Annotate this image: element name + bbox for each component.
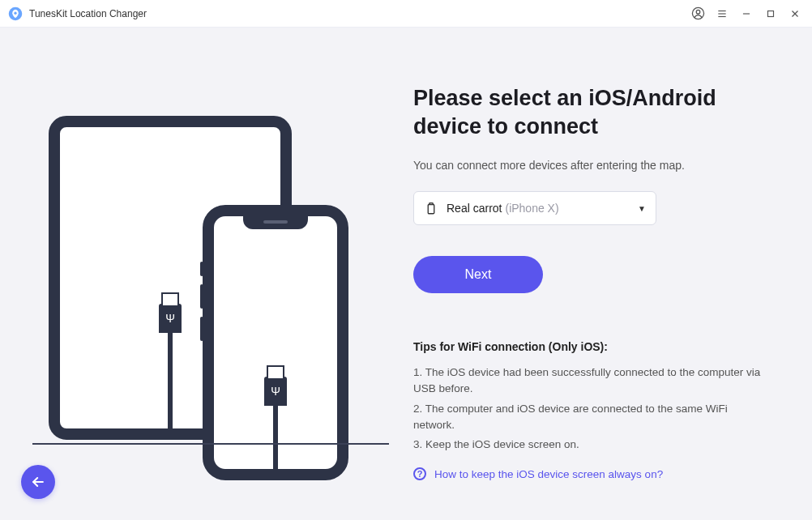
back-button[interactable] (21, 465, 55, 499)
next-button[interactable]: Next (413, 256, 543, 293)
menu-icon[interactable] (710, 2, 734, 25)
device-illustration: Ψ Ψ (49, 100, 373, 456)
svg-rect-8 (768, 11, 774, 16)
svg-rect-11 (428, 205, 434, 214)
help-link[interactable]: ? How to keep the iOS device screen alwa… (413, 467, 771, 480)
account-icon[interactable] (686, 2, 710, 25)
help-icon: ? (413, 467, 426, 480)
maximize-button[interactable] (759, 2, 783, 25)
tip-item: 3. Keep the iOS device screen on. (413, 437, 771, 453)
content-area: Ψ Ψ Please select an iOS/Android device … (0, 28, 812, 520)
tips-title: Tips for WiFi connection (Only iOS): (413, 340, 771, 353)
app-title: TunesKit Location Changer (29, 8, 147, 19)
device-type-icon (424, 201, 438, 215)
close-button[interactable] (783, 2, 807, 25)
tip-item: 1. The iOS device had been successfully … (413, 364, 771, 398)
form-pane: Please select an iOS/Android device to c… (405, 52, 796, 504)
svg-point-1 (14, 11, 16, 14)
help-link-text: How to keep the iOS device screen always… (434, 468, 663, 480)
tip-item: 2. The computer and iOS device are conne… (413, 401, 771, 434)
title-bar: TunesKit Location Changer (0, 0, 812, 28)
phone-icon: Ψ (203, 205, 348, 480)
chevron-down-icon: ▼ (638, 204, 646, 213)
usb-cable-icon: Ψ (159, 304, 182, 430)
device-model: (iPhone X) (505, 202, 558, 215)
usb-cable-icon: Ψ (264, 377, 287, 471)
minimize-button[interactable] (734, 2, 759, 25)
page-title: Please select an iOS/Android device to c… (413, 84, 771, 141)
illustration-pane: Ψ Ψ (16, 52, 405, 504)
app-logo-icon (8, 6, 23, 21)
svg-point-3 (696, 10, 700, 14)
device-select[interactable]: Real carrot (iPhone X) ▼ (413, 191, 656, 225)
device-name: Real carrot (447, 202, 502, 215)
subtitle: You can connect more devices after enter… (413, 159, 771, 172)
